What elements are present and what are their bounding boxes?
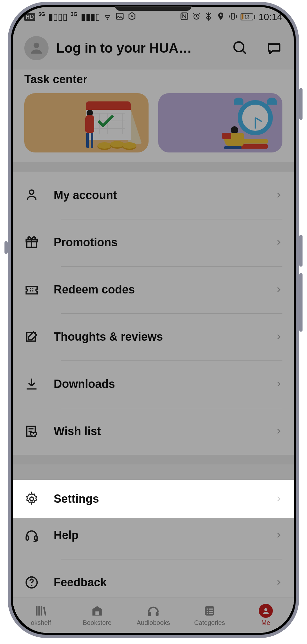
nav-label: Audiobooks	[135, 619, 172, 626]
bluetooth-icon	[204, 12, 213, 22]
nav-label: Me	[260, 619, 272, 626]
menu-wish-list[interactable]: Wish list	[13, 408, 294, 455]
svg-rect-13	[35, 536, 37, 540]
location-icon	[216, 12, 225, 22]
menu-label: My account	[54, 189, 275, 202]
gear-icon	[24, 492, 39, 506]
avatar-icon[interactable]	[24, 36, 49, 60]
menu-label: Downloads	[54, 377, 275, 391]
svg-rect-23	[209, 611, 213, 612]
svg-point-15	[31, 585, 33, 586]
menu-label: Settings	[54, 492, 275, 506]
nav-bookstore[interactable]: Bookstore	[69, 597, 125, 633]
svg-rect-21	[209, 609, 213, 610]
svg-rect-5	[231, 13, 234, 19]
phone-frame: HD 5G▮▯▯▯ 3G▮▮▮▯	[8, 2, 299, 638]
signal-2-icon: ▮▮▮▯	[81, 12, 100, 21]
svg-point-4	[220, 14, 222, 16]
nav-audiobooks[interactable]: Audiobooks	[125, 597, 181, 633]
chevron-right-icon	[275, 427, 282, 435]
chevron-right-icon	[275, 286, 282, 293]
menu-thoughts-reviews[interactable]: Thoughts & reviews	[13, 313, 294, 360]
menu-label: Promotions	[54, 236, 275, 249]
hd-badge: HD	[24, 13, 35, 21]
phone-volume-down	[299, 273, 303, 332]
svg-rect-25	[209, 613, 213, 614]
login-title[interactable]: Log in to your HUA…	[56, 41, 224, 56]
svg-rect-18	[156, 612, 158, 616]
profile-header: Log in to your HUA…	[13, 27, 294, 70]
vibrate-icon	[228, 12, 237, 22]
task-card-checkin[interactable]	[24, 93, 149, 152]
hand-icon	[127, 12, 136, 22]
menu-settings[interactable]: Settings	[13, 480, 294, 518]
signal-1-icon: ▮▯▯▯	[48, 12, 67, 21]
signal-1-label: 5G	[38, 11, 45, 17]
menu-downloads[interactable]: Downloads	[13, 360, 294, 408]
highlighted-settings-row: Settings	[13, 480, 294, 518]
nav-label: okshelf	[29, 619, 52, 626]
section-divider	[13, 162, 294, 172]
ticket-icon	[24, 282, 39, 297]
phone-side-button	[299, 88, 303, 120]
svg-point-16	[30, 497, 34, 501]
edit-icon	[24, 329, 39, 344]
chevron-right-icon	[275, 531, 282, 539]
phone-volume-up	[299, 235, 303, 267]
nav-bookshelf[interactable]: okshelf	[13, 597, 69, 633]
clock-text: 10:14	[258, 11, 282, 22]
svg-rect-22	[207, 611, 208, 612]
chevron-right-icon	[275, 239, 282, 246]
menu-label: Redeem codes	[54, 283, 275, 296]
menu-label: Thoughts & reviews	[54, 330, 275, 344]
nfc-icon	[180, 12, 189, 22]
bookstore-icon	[90, 604, 104, 618]
svg-rect-12	[26, 536, 29, 540]
svg-point-6	[34, 43, 39, 48]
chevron-right-icon	[275, 495, 282, 503]
chevron-right-icon	[275, 380, 282, 388]
svg-rect-17	[148, 612, 151, 616]
nav-label: Bookstore	[81, 619, 113, 626]
search-icon[interactable]	[232, 40, 249, 56]
headphones-icon	[146, 604, 160, 618]
task-center-section: Task center	[13, 70, 294, 162]
task-center-title: Task center	[24, 73, 282, 86]
picture-icon	[115, 12, 124, 22]
svg-point-26	[264, 608, 267, 611]
categories-icon	[203, 604, 217, 618]
download-icon	[24, 377, 39, 391]
svg-point-8	[29, 190, 34, 194]
wishlist-icon	[24, 424, 39, 439]
nav-categories[interactable]: Categories	[181, 597, 238, 633]
chevron-right-icon	[275, 333, 282, 341]
nav-me[interactable]: Me	[238, 597, 294, 633]
menu-redeem-codes[interactable]: Redeem codes	[13, 266, 294, 313]
nav-label: Categories	[193, 619, 226, 626]
chat-icon[interactable]	[266, 40, 282, 56]
menu-my-account[interactable]: My account	[13, 172, 294, 219]
wifi-icon	[103, 12, 112, 22]
bottom-nav: okshelf Bookstore Audiobooks Categories …	[13, 597, 294, 633]
menu-label: Wish list	[54, 425, 275, 438]
menu-label: Help	[54, 529, 275, 542]
alarm-icon	[192, 12, 201, 22]
menu-promotions[interactable]: Promotions	[13, 219, 294, 266]
menu-label: Feedback	[54, 576, 275, 589]
svg-rect-20	[207, 609, 208, 610]
gift-icon	[24, 235, 39, 250]
task-card-reading-time[interactable]	[158, 93, 282, 152]
battery-icon: 13	[241, 13, 255, 20]
menu-help[interactable]: Help	[13, 512, 294, 559]
section-divider	[13, 455, 294, 464]
bookshelf-icon	[34, 604, 48, 618]
signal-2-label: 3G	[71, 11, 77, 17]
question-icon	[24, 575, 39, 590]
phone-side-button-left	[4, 241, 8, 254]
person-icon	[24, 188, 39, 203]
chevron-right-icon	[275, 191, 282, 199]
svg-rect-24	[207, 613, 208, 614]
menu-block-1: My account Promotions Redeem codes Thoug…	[13, 172, 294, 455]
screen: HD 5G▮▯▯▯ 3G▮▮▮▯	[13, 7, 294, 633]
me-avatar-icon	[259, 604, 273, 618]
